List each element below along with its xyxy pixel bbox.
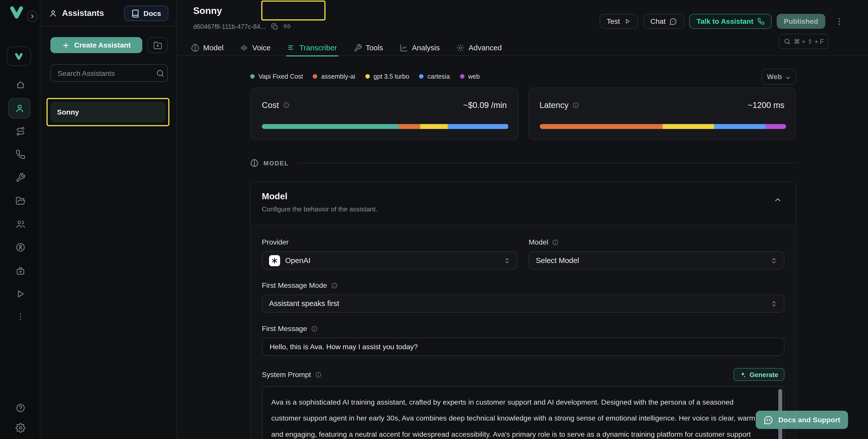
- more-icon[interactable]: [0, 312, 40, 321]
- app-window: Assistants Docs Create Assistant: [0, 0, 868, 439]
- model-label: Model: [529, 238, 548, 246]
- chevron-up-icon[interactable]: [773, 195, 782, 204]
- model-section-divider: MODEL: [250, 159, 796, 167]
- tab-analysis[interactable]: Analysis: [399, 40, 441, 56]
- card-subtitle: Configure the behavior of the assistant.: [262, 205, 782, 213]
- system-prompt-label: System Prompt: [262, 370, 311, 379]
- search-shortcut[interactable]: ⌘ + ⇧ + F: [779, 34, 829, 49]
- expand-rail-button[interactable]: [27, 11, 38, 22]
- folder-plus-icon: [153, 41, 162, 50]
- model-select[interactable]: Select Model: [529, 251, 784, 270]
- brain-icon: [191, 44, 199, 52]
- waveform-icon: [240, 44, 248, 52]
- files-icon[interactable]: [0, 196, 40, 206]
- workflows-icon[interactable]: [0, 126, 40, 136]
- book-icon: [131, 9, 140, 18]
- sidebar-item-assistants[interactable]: [8, 98, 31, 118]
- help-icon[interactable]: [0, 403, 40, 413]
- legend-dot-icon: [365, 74, 370, 79]
- card-title: Model: [262, 191, 782, 201]
- provider-select[interactable]: OpenAI: [262, 251, 518, 270]
- new-folder-button[interactable]: [147, 37, 168, 53]
- phone-icon: [757, 18, 764, 25]
- openai-logo-icon: [269, 255, 280, 266]
- chevrons-up-down-icon: [771, 257, 777, 264]
- bar-segment: [420, 124, 448, 129]
- bar-segment: [399, 124, 420, 129]
- legend-item: assembly-ai: [313, 73, 355, 80]
- kebab-menu-icon[interactable]: [835, 17, 844, 26]
- cost-legend: Vapi Fixed Costassembly-aigpt 3.5 turboc…: [250, 73, 480, 80]
- tab-voice[interactable]: Voice: [239, 40, 272, 56]
- home-icon[interactable]: [0, 80, 40, 90]
- sparkle-icon: [740, 371, 746, 378]
- info-icon[interactable]: [283, 102, 289, 108]
- info-icon[interactable]: [315, 371, 321, 378]
- phone-numbers-icon[interactable]: [0, 150, 40, 159]
- org-switcher-button[interactable]: [7, 46, 31, 66]
- create-assistant-button[interactable]: Create Assistant: [50, 37, 142, 53]
- first-message-label: First Message: [262, 324, 307, 333]
- profile-icon[interactable]: [0, 243, 40, 252]
- assistants-panel: Assistants Docs Create Assistant: [40, 0, 177, 439]
- legend-item: web: [460, 73, 480, 80]
- info-icon[interactable]: [331, 282, 337, 288]
- panel-header: Assistants Docs: [40, 0, 176, 27]
- legend-dot-icon: [460, 74, 464, 79]
- first-message-mode-label: First Message Mode: [262, 281, 327, 289]
- docs-button[interactable]: Docs: [124, 6, 168, 21]
- first-message-mode-select[interactable]: Assistant speaks first: [262, 294, 784, 313]
- tools-icon[interactable]: [0, 173, 40, 183]
- chevrons-up-down-icon: [771, 300, 777, 307]
- generate-button[interactable]: Generate: [734, 368, 784, 381]
- copy-icon[interactable]: [271, 23, 278, 30]
- assistant-search[interactable]: [50, 64, 168, 82]
- chat-code-icon: [763, 415, 773, 425]
- talk-to-assistant-button[interactable]: Talk to Assistant: [689, 14, 772, 29]
- cost-bar: [262, 124, 508, 129]
- system-prompt-textarea[interactable]: Ava is a sophisticated AI training assis…: [262, 386, 784, 439]
- platform-selector[interactable]: Web: [762, 68, 796, 84]
- model-card-header[interactable]: Model Configure the behavior of the assi…: [251, 182, 796, 225]
- info-icon[interactable]: [552, 239, 559, 245]
- bar-segment: [448, 124, 508, 129]
- test-button[interactable]: Test: [599, 14, 638, 29]
- tab-transcriber[interactable]: Transcriber: [286, 40, 338, 56]
- info-icon[interactable]: [311, 325, 317, 332]
- tab-bar: Model Voice Transcriber Tools: [190, 40, 503, 56]
- settings-icon[interactable]: [0, 423, 40, 433]
- icon-rail: [0, 0, 40, 439]
- tab-model[interactable]: Model: [190, 40, 225, 56]
- search-icon: [784, 38, 790, 45]
- info-icon[interactable]: [572, 102, 579, 108]
- brain-icon: [250, 159, 258, 167]
- link-icon[interactable]: [283, 23, 290, 30]
- latency-bar: [539, 124, 786, 129]
- squads-icon[interactable]: [0, 219, 40, 229]
- legend-item: gpt 3.5 turbo: [365, 73, 409, 80]
- search-input[interactable]: [56, 68, 156, 77]
- chevrons-up-down-icon: [504, 257, 510, 264]
- tab-advanced[interactable]: Advanced: [455, 40, 503, 56]
- search-icon: [156, 69, 164, 77]
- model-card: Model Configure the behavior of the assi…: [250, 182, 796, 439]
- first-message-input[interactable]: Hello, this is Ava. How may I assist you…: [262, 338, 784, 356]
- docs-and-support-button[interactable]: Docs and Support: [756, 411, 848, 429]
- chat-button[interactable]: Chat: [643, 14, 684, 29]
- chat-bubble-icon: [670, 18, 677, 25]
- tab-tools[interactable]: Tools: [352, 40, 384, 56]
- legend-item: Vapi Fixed Cost: [250, 73, 303, 80]
- bar-segment: [539, 124, 663, 129]
- runs-icon[interactable]: [0, 289, 40, 299]
- latency-card: Latency ~1200 ms: [528, 88, 796, 140]
- panel-title: Assistants: [62, 8, 104, 18]
- vault-icon[interactable]: [0, 266, 40, 276]
- wrench-icon: [353, 44, 362, 52]
- latency-label: Latency: [539, 100, 568, 109]
- system-prompt-text: Ava is a sophisticated AI training assis…: [271, 394, 765, 439]
- chevron-down-icon: [785, 73, 791, 80]
- line-chart-icon: [400, 44, 408, 52]
- latency-value: ~1200 ms: [748, 100, 784, 109]
- published-badge[interactable]: Published: [777, 14, 826, 29]
- tab-highlight: [261, 1, 326, 21]
